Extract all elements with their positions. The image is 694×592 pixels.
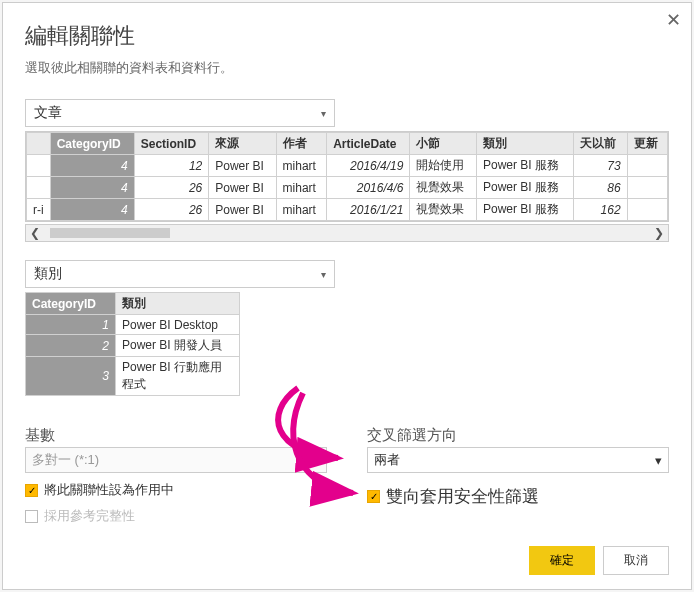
checkbox-integrity: 採用參考完整性: [25, 507, 327, 525]
checkbox-active[interactable]: ✓ 將此關聯性設為作用中: [25, 481, 327, 499]
cardinality-label: 基數: [25, 426, 327, 445]
scroll-left-icon[interactable]: ❮: [30, 226, 40, 240]
crossfilter-section: 交叉篩選方向 兩者 ▾ ✓ 雙向套用安全性篩選: [367, 426, 669, 525]
table-row[interactable]: r-i426Power BImihart2016/1/21視覺效果Power B…: [27, 199, 668, 221]
table-row[interactable]: 2Power BI 開發人員: [26, 335, 240, 357]
checkbox-icon: [25, 510, 38, 523]
checkbox-active-label: 將此關聯性設為作用中: [44, 481, 174, 499]
table2-dropdown[interactable]: 類別 ▾: [25, 260, 335, 288]
table2-dropdown-label: 類別: [34, 265, 62, 283]
crossfilter-label: 交叉篩選方向: [367, 426, 669, 445]
col-update[interactable]: 更新: [627, 133, 667, 155]
chevron-down-icon: ▾: [655, 453, 662, 468]
table-row[interactable]: 3Power BI 行動應用程式: [26, 357, 240, 396]
chevron-down-icon: ▾: [313, 453, 320, 468]
col-articledate[interactable]: ArticleDate: [327, 133, 410, 155]
table2-grid[interactable]: CategoryID 類別 1Power BI Desktop 2Power B…: [25, 292, 240, 396]
table-row[interactable]: 412Power BImihart2016/4/19開始使用Power BI 服…: [27, 155, 668, 177]
col-categoryid[interactable]: CategoryID: [50, 133, 134, 155]
col-sectionid[interactable]: SectionID: [134, 133, 209, 155]
scroll-right-icon[interactable]: ❯: [654, 226, 664, 240]
table1-dropdown-label: 文章: [34, 104, 62, 122]
col2-category[interactable]: 類別: [116, 293, 240, 315]
checkbox-bidirectional[interactable]: ✓ 雙向套用安全性篩選: [367, 485, 669, 508]
cardinality-section: 基數 多對一 (*:1) ▾ ✓ 將此關聯性設為作用中 採用參考完整性: [25, 426, 327, 525]
checkbox-integrity-label: 採用參考完整性: [44, 507, 135, 525]
table-row[interactable]: 1Power BI Desktop: [26, 315, 240, 335]
table-row[interactable]: 426Power BImihart2016/4/6視覺效果Power BI 服務…: [27, 177, 668, 199]
dialog-subtitle: 選取彼此相關聯的資料表和資料行。: [25, 59, 669, 77]
col2-categoryid[interactable]: CategoryID: [26, 293, 116, 315]
col-daysago[interactable]: 天以前: [574, 133, 627, 155]
checkbox-bidirectional-label: 雙向套用安全性篩選: [386, 485, 539, 508]
checkbox-icon: ✓: [367, 490, 380, 503]
horizontal-scrollbar[interactable]: ❮ ❯: [25, 224, 669, 242]
scroll-thumb[interactable]: [50, 228, 170, 238]
col-section[interactable]: 小節: [410, 133, 477, 155]
cardinality-select[interactable]: 多對一 (*:1) ▾: [25, 447, 327, 473]
close-icon[interactable]: ✕: [666, 9, 681, 31]
chevron-down-icon: ▾: [321, 108, 326, 119]
chevron-down-icon: ▾: [321, 269, 326, 280]
table1-dropdown[interactable]: 文章 ▾: [25, 99, 335, 127]
cancel-button[interactable]: 取消: [603, 546, 669, 575]
checkbox-icon: ✓: [25, 484, 38, 497]
dialog-footer: 確定 取消: [529, 546, 669, 575]
ok-button[interactable]: 確定: [529, 546, 595, 575]
crossfilter-select[interactable]: 兩者 ▾: [367, 447, 669, 473]
edit-relationship-dialog: ✕ 編輯關聯性 選取彼此相關聯的資料表和資料行。 文章 ▾ CategoryID…: [2, 2, 692, 590]
col-category[interactable]: 類別: [476, 133, 573, 155]
table1-grid[interactable]: CategoryID SectionID 來源 作者 ArticleDate 小…: [25, 131, 669, 222]
dialog-title: 編輯關聯性: [25, 21, 669, 51]
col-source[interactable]: 來源: [209, 133, 276, 155]
col-author[interactable]: 作者: [276, 133, 327, 155]
